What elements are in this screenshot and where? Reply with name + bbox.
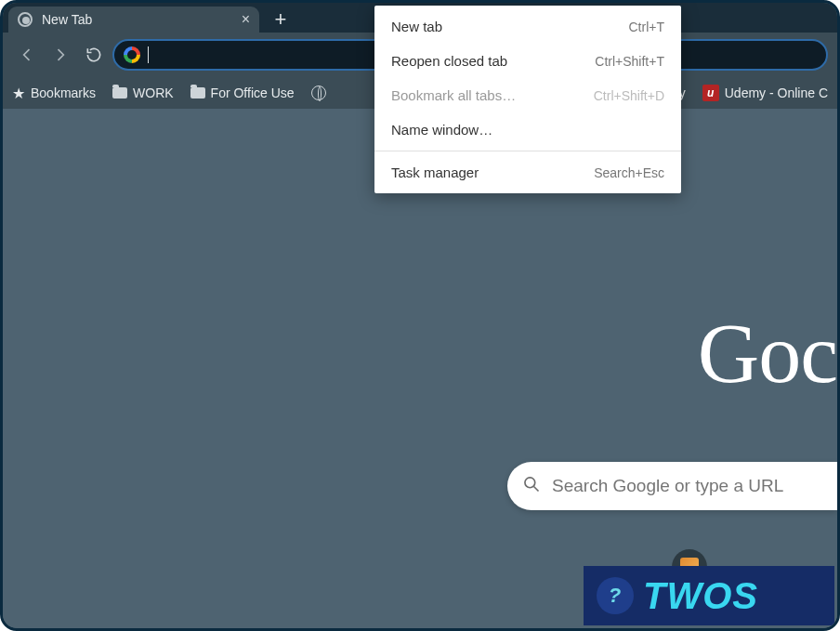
- folder-icon: [190, 87, 205, 99]
- udemy-icon: u: [702, 85, 719, 101]
- tab-context-menu: New tab Ctrl+T Reopen closed tab Ctrl+Sh…: [374, 6, 681, 193]
- bookmark-label: WORK: [133, 85, 174, 100]
- search-placeholder: Search Google or type a URL: [552, 476, 783, 496]
- star-icon: ★: [12, 85, 25, 102]
- context-shortcut: Ctrl+Shift+T: [595, 54, 664, 69]
- context-item-reopen-tab[interactable]: Reopen closed tab Ctrl+Shift+T: [374, 44, 681, 78]
- context-shortcut: Ctrl+T: [629, 20, 665, 34]
- watermark-text: TWOS: [643, 575, 758, 617]
- svg-point-0: [525, 477, 535, 487]
- tab-title: New Tab: [42, 12, 232, 27]
- back-button[interactable]: [12, 40, 42, 70]
- arrow-right-icon: [51, 46, 70, 64]
- bookmarks-bar-toggle[interactable]: ★ Bookmarks: [12, 85, 96, 102]
- bookmark-label: For Office Use: [211, 85, 295, 100]
- browser-window: New Tab × + ★ Bookmarks WORK: [0, 0, 840, 631]
- watermark-overlay: ? TWOS: [584, 566, 834, 625]
- context-label: Bookmark all tabs…: [391, 87, 516, 103]
- tab-favicon-chrome-icon: [18, 12, 33, 27]
- bookmark-udemy[interactable]: u Udemy - Online C: [702, 85, 828, 101]
- context-label: Name window…: [391, 122, 492, 138]
- context-shortcut: Ctrl+Shift+D: [594, 88, 664, 103]
- context-separator: [374, 151, 681, 151]
- context-item-name-window[interactable]: Name window…: [374, 112, 681, 147]
- context-item-bookmark-all: Bookmark all tabs… Ctrl+Shift+D: [374, 78, 681, 112]
- context-label: Reopen closed tab: [391, 53, 507, 69]
- new-tab-button[interactable]: +: [265, 7, 296, 33]
- ntp-search-box[interactable]: Search Google or type a URL: [507, 462, 837, 510]
- folder-icon: [112, 87, 127, 99]
- search-icon: [522, 475, 541, 498]
- bookmark-folder-office[interactable]: For Office Use: [190, 85, 295, 100]
- reload-icon: [85, 46, 103, 64]
- bookmarks-label: Bookmarks: [31, 85, 96, 100]
- bookmark-folder-work[interactable]: WORK: [112, 85, 174, 100]
- google-favicon-icon: [124, 46, 140, 63]
- context-label: New tab: [391, 19, 442, 34]
- text-cursor: [148, 46, 149, 63]
- context-item-new-tab[interactable]: New tab Ctrl+T: [374, 9, 681, 44]
- watermark-lightbulb-icon: ?: [597, 577, 634, 614]
- forward-button[interactable]: [46, 40, 75, 70]
- tab-close-button[interactable]: ×: [242, 11, 250, 28]
- reload-button[interactable]: [79, 40, 109, 70]
- bookmark-label: Udemy - Online C: [725, 85, 828, 100]
- active-tab[interactable]: New Tab ×: [8, 7, 259, 33]
- arrow-left-icon: [18, 46, 36, 64]
- context-item-task-manager[interactable]: Task manager Search+Esc: [374, 155, 681, 190]
- plus-icon: +: [275, 7, 287, 32]
- globe-icon: [311, 85, 326, 100]
- context-label: Task manager: [391, 164, 479, 180]
- svg-line-1: [534, 486, 539, 491]
- google-logo-text: Goc: [698, 304, 837, 402]
- context-shortcut: Search+Esc: [594, 165, 664, 180]
- bookmark-site-generic[interactable]: [311, 85, 326, 100]
